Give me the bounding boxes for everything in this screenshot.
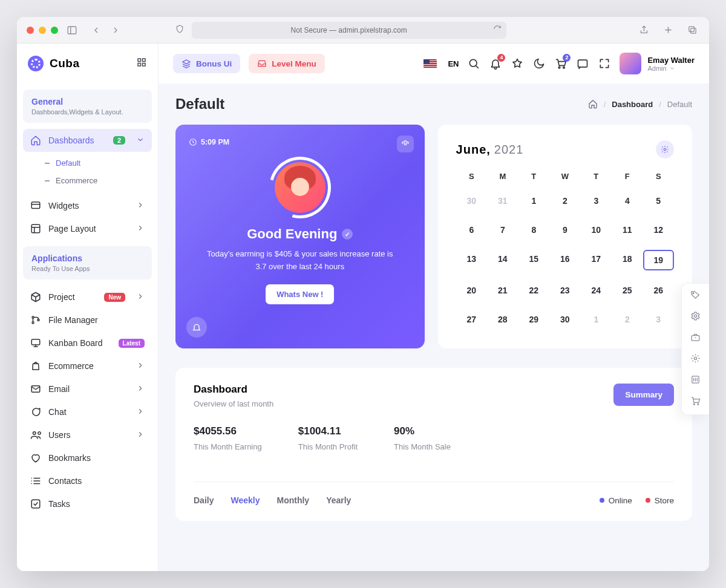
sidebar-item-page-layout[interactable]: Page Layout [23, 217, 152, 240]
calendar-day[interactable]: 5 [643, 192, 674, 210]
bonus-ui-chip[interactable]: Bonus Ui [173, 54, 240, 73]
calendar-day[interactable]: 3 [581, 192, 612, 210]
calendar-day-next[interactable]: 2 [612, 310, 643, 328]
svg-rect-25 [692, 336, 699, 341]
tab-weekly[interactable]: Weekly [231, 495, 260, 505]
star-icon[interactable] [511, 57, 524, 70]
sidebar-item-file-manager[interactable]: File Manager [23, 309, 152, 332]
breadcrumb: / Dashboard / Default [588, 99, 692, 109]
apps-grid-icon[interactable] [136, 57, 147, 70]
sidebar-item-ecommerce[interactable]: Ecommerce [23, 354, 152, 377]
avatar [620, 53, 641, 74]
new-tab-icon[interactable] [662, 24, 675, 37]
sidebar-sub-default[interactable]: Default [45, 154, 152, 172]
message-icon[interactable] [576, 57, 589, 70]
back-icon[interactable] [90, 24, 103, 37]
search-icon[interactable] [467, 57, 480, 70]
stat-label: This Month Profit [298, 442, 358, 451]
address-bar[interactable]: Not Secure — admin.pixelstrap.com [192, 22, 506, 39]
card-bell-icon[interactable] [186, 317, 207, 338]
sidebar-item-widgets[interactable]: Widgets [23, 194, 152, 217]
calendar-day-prev[interactable]: 31 [487, 192, 518, 210]
calendar-day[interactable]: 12 [643, 221, 674, 239]
sidebar-item-project[interactable]: Project New [23, 286, 152, 309]
calendar-day-next[interactable]: 3 [643, 310, 674, 328]
privacy-shield-icon[interactable] [175, 24, 185, 36]
calendar-day[interactable]: 18 [612, 250, 643, 270]
calendar-day[interactable]: 14 [487, 250, 518, 270]
calendar-day[interactable]: 17 [581, 250, 612, 270]
share-icon[interactable] [638, 24, 651, 37]
calendar-day[interactable]: 29 [518, 310, 549, 328]
dash-title: Dashboard [194, 384, 273, 396]
gear-icon[interactable] [690, 311, 701, 324]
sidebar-item-users[interactable]: Users [23, 423, 152, 446]
calendar-day[interactable]: 19 [643, 250, 674, 270]
users-icon [30, 430, 41, 440]
lang-code[interactable]: EN [448, 59, 459, 68]
sidebar-item-dashboards[interactable]: Dashboards 2 [23, 129, 152, 152]
calendar-day[interactable]: 30 [549, 310, 580, 328]
sidebar-item-contacts[interactable]: Contacts [23, 469, 152, 492]
cart-icon[interactable]: 2 [554, 57, 567, 70]
calendar-day[interactable]: 27 [456, 310, 487, 328]
calendar-day[interactable]: 1 [518, 192, 549, 210]
calendar-day[interactable]: 15 [518, 250, 549, 270]
crumb-dashboard[interactable]: Dashboard [612, 100, 653, 109]
user-menu[interactable]: Emay Walter Admin [620, 53, 695, 74]
calendar-day[interactable]: 9 [549, 221, 580, 239]
calendar-day[interactable]: 24 [581, 281, 612, 299]
bell-icon[interactable]: 4 [489, 57, 502, 70]
calendar-day[interactable]: 7 [487, 221, 518, 239]
calendar-day[interactable]: 28 [487, 310, 518, 328]
sidebar-sub-ecommerce[interactable]: Ecommerce [45, 172, 152, 189]
tab-monthly[interactable]: Monthly [276, 495, 309, 505]
calendar-day[interactable]: 22 [518, 281, 549, 299]
svg-rect-2 [691, 28, 696, 34]
calendar-day[interactable]: 2 [549, 192, 580, 210]
sidebar-item-chat[interactable]: Chat [23, 400, 152, 423]
calendar-day[interactable]: 25 [612, 281, 643, 299]
tab-yearly[interactable]: Yearly [326, 495, 351, 505]
forward-icon[interactable] [109, 24, 122, 37]
calendar-day[interactable]: 26 [643, 281, 674, 299]
tab-daily[interactable]: Daily [194, 495, 214, 505]
calendar-day[interactable]: 6 [456, 221, 487, 239]
calendar-day[interactable]: 13 [456, 250, 487, 270]
calendar-day[interactable]: 20 [456, 281, 487, 299]
card-settings-icon[interactable] [397, 136, 414, 152]
fullscreen-icon[interactable] [598, 57, 611, 70]
sidebar-item-tasks[interactable]: Tasks [23, 492, 152, 515]
calendar-day[interactable]: 21 [487, 281, 518, 299]
reload-icon[interactable] [493, 25, 502, 35]
calendar-day[interactable]: 16 [549, 250, 580, 270]
briefcase-icon[interactable] [690, 332, 701, 345]
calendar-day[interactable]: 10 [581, 221, 612, 239]
flag-us-icon[interactable] [424, 59, 437, 68]
calendar-settings-icon[interactable] [656, 140, 674, 158]
tag-icon[interactable] [690, 290, 701, 302]
calendar-day[interactable]: 8 [518, 221, 549, 239]
sidebar-item-kanban[interactable]: Kanban Board Latest [23, 332, 152, 354]
svg-rect-4 [143, 59, 146, 62]
home-icon[interactable] [588, 99, 598, 109]
cart-rail-icon[interactable] [690, 396, 701, 408]
zoom-window-icon[interactable] [51, 27, 58, 34]
calendar-day[interactable]: 23 [549, 281, 580, 299]
calendar-day[interactable]: 11 [612, 221, 643, 239]
calendar-day[interactable]: 4 [612, 192, 643, 210]
gear2-icon[interactable] [690, 353, 701, 366]
calendar-day-next[interactable]: 1 [581, 310, 612, 328]
level-menu-chip[interactable]: Level Menu [249, 54, 325, 73]
sidebar-toggle-icon[interactable] [65, 24, 79, 37]
moon-icon[interactable] [532, 57, 546, 70]
tabs-overview-icon[interactable] [686, 24, 699, 37]
sidebar-item-email[interactable]: Email [23, 377, 152, 400]
minimize-window-icon[interactable] [39, 27, 46, 34]
sliders-icon[interactable] [690, 374, 701, 387]
close-window-icon[interactable] [27, 27, 34, 34]
sidebar-item-bookmarks[interactable]: Bookmarks [23, 446, 152, 469]
calendar-day-prev[interactable]: 30 [456, 192, 487, 210]
whats-new-button[interactable]: Whats New ! [266, 284, 334, 304]
summary-button[interactable]: Summary [613, 384, 674, 406]
